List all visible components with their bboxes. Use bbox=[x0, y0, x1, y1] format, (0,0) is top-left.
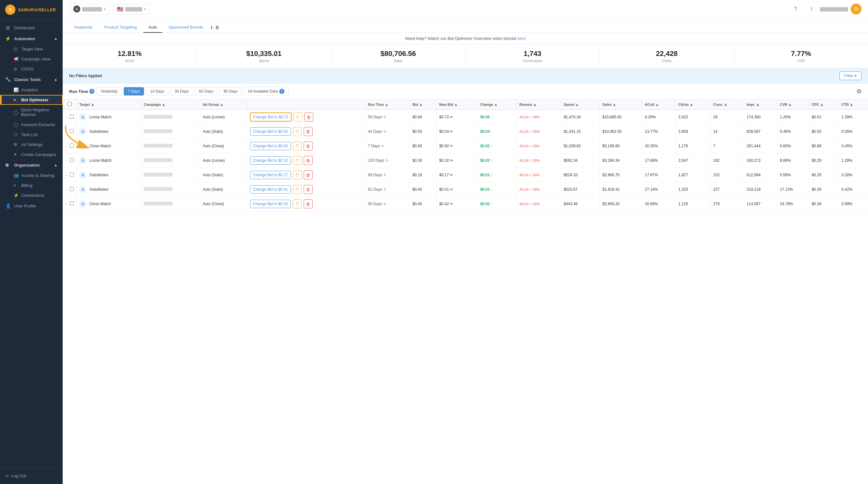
change-bid-button[interactable]: Change Bid to $0.32 bbox=[250, 156, 291, 165]
account-dropdown[interactable]: A ▓▓▓▓▓▓▓ ▾ bbox=[69, 3, 110, 15]
dark-mode-button[interactable]: ☽ bbox=[805, 4, 816, 14]
delete-button[interactable]: 🗑 bbox=[304, 142, 313, 150]
tab-auto[interactable]: Auto bbox=[143, 22, 162, 33]
change-bid-button[interactable]: Change Bid to $0.54 bbox=[250, 127, 291, 136]
row-select-checkbox[interactable] bbox=[70, 158, 74, 162]
filter-button[interactable]: Filter ▾ bbox=[839, 72, 862, 80]
th-ad-group[interactable]: Ad Group ▲ bbox=[200, 99, 247, 110]
th-cvr[interactable]: CVR ▲ bbox=[777, 99, 809, 110]
sidebar-item-user-profile[interactable]: 👤 User Profile bbox=[0, 200, 63, 211]
logout-button[interactable]: ↪ Log Out bbox=[5, 472, 58, 480]
sidebar-item-bid-optimizer[interactable]: ≡ Bid Optimizer bbox=[0, 95, 63, 105]
sidebar-item-ad-settings[interactable]: ⚙ Ad Settings bbox=[0, 140, 63, 149]
rt-btn-90days[interactable]: 90 Days bbox=[219, 87, 242, 95]
rt-btn-all-data[interactable]: All Available Data? bbox=[244, 87, 288, 96]
help-link[interactable]: here bbox=[517, 36, 526, 41]
row-expand-button[interactable]: − bbox=[65, 202, 67, 206]
settings-gear-icon[interactable]: ⚙ bbox=[857, 88, 862, 95]
rt-btn-14days[interactable]: 14 Days bbox=[146, 87, 168, 95]
help-button[interactable]: ? bbox=[790, 4, 801, 14]
row-select-checkbox[interactable] bbox=[70, 129, 74, 133]
th-spend[interactable]: Spend ▲ bbox=[561, 99, 600, 110]
sidebar-item-task-list[interactable]: ☐ Task List bbox=[0, 130, 63, 140]
select-all-checkbox[interactable] bbox=[67, 102, 72, 106]
all-data-help-icon[interactable]: ? bbox=[279, 89, 284, 94]
th-clicks[interactable]: Clicks ▲ bbox=[676, 99, 711, 110]
stat-conversions: 1,743 Conversions bbox=[465, 45, 600, 68]
sidebar-item-campaign-view[interactable]: 📢 Campaign View bbox=[0, 54, 63, 64]
delete-button[interactable]: 🗑 bbox=[304, 113, 313, 121]
rt-btn-yesterday[interactable]: Yesterday bbox=[96, 87, 122, 95]
sidebar-item-dashboard[interactable]: ⊞ Dashboard bbox=[0, 22, 63, 33]
row-select-checkbox[interactable] bbox=[70, 201, 74, 205]
sidebar-item-target-view[interactable]: ◫ Target View bbox=[0, 44, 63, 54]
th-bid[interactable]: Bid ▲ bbox=[410, 99, 436, 110]
th-impr[interactable]: Impr. ▲ bbox=[744, 99, 777, 110]
tab-sponsored-brands[interactable]: Sponsored Brands bbox=[163, 22, 209, 33]
delete-button[interactable]: 🗑 bbox=[304, 127, 313, 136]
delete-button[interactable]: 🗑 bbox=[304, 199, 313, 208]
row-cpc: $0.39 bbox=[809, 197, 839, 211]
info-icon[interactable]: ℹ bbox=[211, 25, 212, 30]
run-time-help-icon[interactable]: ? bbox=[89, 89, 94, 94]
change-bid-button[interactable]: Change Bid to $0.72 bbox=[250, 113, 291, 121]
rt-btn-7days[interactable]: 7 Days bbox=[124, 87, 144, 95]
th-conv[interactable]: Conv. ▲ bbox=[711, 99, 744, 110]
tab-keywords[interactable]: Keywords bbox=[69, 22, 98, 33]
delete-button[interactable]: 🗑 bbox=[304, 185, 313, 194]
th-reason[interactable]: Reason ▲ bbox=[517, 99, 561, 110]
row-bid: $0.90 bbox=[410, 139, 436, 153]
row-expand-button[interactable]: − bbox=[65, 115, 67, 119]
schedule-button[interactable]: ⏱ bbox=[293, 185, 302, 194]
country-dropdown[interactable]: 🇺🇸 ▓▓▓▓▓▓ ▾ bbox=[113, 4, 150, 15]
th-sales[interactable]: Sales ▲ bbox=[600, 99, 642, 110]
sidebar-item-quick-negative-matcher[interactable]: ◯ Quick Negative Matcher bbox=[0, 105, 63, 120]
row-select-checkbox[interactable] bbox=[70, 114, 74, 119]
change-bid-button[interactable]: Change Bid to $0.42 bbox=[250, 200, 291, 208]
sidebar-item-access-sharing[interactable]: 👥 Access & Sharing bbox=[0, 170, 63, 180]
schedule-button[interactable]: ⏱ bbox=[293, 142, 302, 150]
delete-button[interactable]: 🗑 bbox=[304, 170, 313, 179]
th-acos[interactable]: ACoS ▲ bbox=[642, 99, 676, 110]
th-change[interactable]: Change ▲ bbox=[477, 99, 517, 110]
th-run-time[interactable]: Run Time ▲ bbox=[365, 99, 410, 110]
sidebar-item-keyword-extractor[interactable]: ◯ Keyword Extractor bbox=[0, 120, 63, 130]
row-expand-button[interactable]: − bbox=[65, 173, 67, 177]
schedule-button[interactable]: ⏱ bbox=[293, 113, 302, 121]
row-select-checkbox[interactable] bbox=[70, 172, 74, 176]
th-ctr[interactable]: CTR ▲ bbox=[839, 99, 868, 110]
sidebar-item-analytics[interactable]: 📊 Analytics bbox=[0, 85, 63, 95]
th-campaign[interactable]: Campaign ▲ bbox=[141, 99, 200, 110]
change-bid-button[interactable]: Change Bid to $0.17 bbox=[250, 171, 291, 179]
sidebar-item-automator[interactable]: ⚡ Automator ▲ bbox=[0, 33, 63, 44]
row-select-checkbox[interactable] bbox=[70, 143, 74, 148]
row-expand-button[interactable]: − bbox=[65, 144, 67, 148]
schedule-button[interactable]: ⏱ bbox=[293, 156, 302, 165]
schedule-button[interactable]: ⏱ bbox=[293, 170, 302, 179]
sidebar-item-create-campaigns[interactable]: ✦ Create Campaigns bbox=[0, 149, 63, 160]
sidebar-item-connections[interactable]: ⚡ Connections bbox=[0, 190, 63, 200]
target-label: Loose Match bbox=[89, 158, 112, 163]
rt-btn-30days[interactable]: 30 Days bbox=[170, 87, 193, 95]
schedule-button[interactable]: ⏱ bbox=[293, 199, 302, 208]
change-bid-button[interactable]: Change Bid to $0.92 bbox=[250, 142, 291, 150]
delete-button[interactable]: 🗑 bbox=[304, 156, 313, 165]
row-expand-button[interactable]: − bbox=[65, 130, 67, 134]
rt-btn-60days[interactable]: 60 Days bbox=[195, 87, 217, 95]
tab-product-targeting[interactable]: Product Targeting bbox=[99, 22, 142, 33]
th-target[interactable]: Target ▲ bbox=[76, 99, 141, 110]
schedule-button[interactable]: ⏱ bbox=[293, 127, 302, 136]
sidebar-item-classic-tools[interactable]: 🔧 Classic Tools ▲ bbox=[0, 74, 63, 85]
row-expand-button[interactable]: − bbox=[65, 188, 67, 192]
sidebar-item-cogs[interactable]: ◎ COGS bbox=[0, 64, 63, 74]
row-expand-button[interactable]: − bbox=[65, 159, 67, 163]
th-cpc[interactable]: CPC ▲ bbox=[809, 99, 839, 110]
sidebar-item-organization[interactable]: ⊕ Organization ▲ bbox=[0, 160, 63, 170]
th-new-bid[interactable]: New Bid ▲ bbox=[436, 99, 477, 110]
sidebar-item-billing[interactable]: ≡ Billing bbox=[0, 180, 63, 190]
avatar-button[interactable]: R bbox=[850, 3, 862, 15]
change-bid-button[interactable]: Change Bid to $0.41 bbox=[250, 185, 291, 194]
row-select-checkbox[interactable] bbox=[70, 187, 74, 191]
change-value: $0.04 ↑ bbox=[480, 129, 493, 134]
trash-icon[interactable]: 🗑 bbox=[215, 25, 219, 30]
